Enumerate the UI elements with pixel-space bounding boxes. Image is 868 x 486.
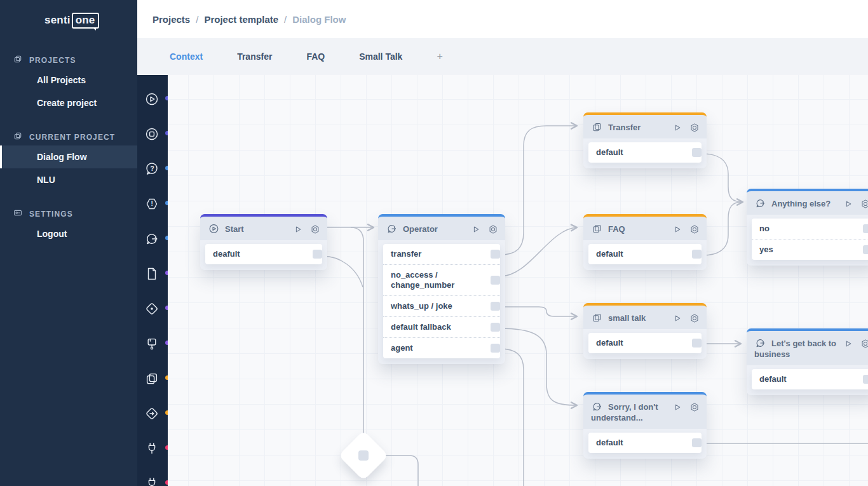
- diamond-port-handle[interactable]: [358, 450, 369, 461]
- node-title: small talk: [608, 313, 646, 323]
- node-output-row[interactable]: deafult: [205, 244, 322, 264]
- node-output-row[interactable]: default: [588, 433, 702, 453]
- node-test-play-button[interactable]: [470, 224, 482, 235]
- node-settings-gear-button[interactable]: [689, 224, 700, 235]
- node-rows-card: deafult: [205, 244, 322, 264]
- output-port-handle[interactable]: [491, 344, 500, 353]
- tool-document-icon[interactable]: [144, 266, 161, 281]
- output-port-handle[interactable]: [313, 250, 322, 259]
- node-header[interactable]: Start: [200, 214, 327, 240]
- node-rows-card: default: [588, 333, 702, 353]
- node-test-play-button[interactable]: [672, 122, 683, 133]
- node-rows-card: transferno_access / change_numberwhats_u…: [383, 244, 500, 358]
- tool-diamond-arrow-icon[interactable]: [144, 406, 161, 421]
- flow-node-back-to-business[interactable]: Let's get back to businessdefault: [747, 328, 868, 395]
- tab-faq[interactable]: FAQ: [289, 51, 342, 62]
- node-rows-card: default: [752, 369, 868, 389]
- edge-faq.default-to-anything-else: [702, 202, 742, 255]
- node-settings-gear-button[interactable]: [689, 313, 700, 324]
- folder-stack-icon: [13, 131, 23, 143]
- output-port-handle[interactable]: [692, 148, 702, 157]
- flow-node-transfer[interactable]: Transferdefault: [583, 112, 707, 168]
- flow-node-faq[interactable]: FAQdefault: [583, 214, 707, 270]
- tool-terminal-icon[interactable]: [144, 336, 161, 351]
- flow-node-small-talk[interactable]: small talkdefault: [583, 303, 707, 359]
- node-output-row[interactable]: yes: [752, 239, 868, 260]
- tool-stop-circle-icon[interactable]: [144, 126, 161, 142]
- add-tab-button[interactable]: +: [419, 51, 459, 62]
- tab-context[interactable]: Context: [153, 51, 220, 62]
- breadcrumb-item[interactable]: Projects: [153, 14, 190, 25]
- output-port-handle[interactable]: [692, 250, 702, 259]
- output-port-handle[interactable]: [692, 438, 702, 447]
- output-port-handle[interactable]: [863, 224, 868, 233]
- tool-cards-icon[interactable]: [144, 371, 161, 386]
- node-settings-gear-button[interactable]: [309, 224, 321, 235]
- output-port-handle[interactable]: [692, 339, 702, 348]
- sidebar-item-all-projects[interactable]: All Projects: [0, 69, 137, 91]
- node-settings-gear-button[interactable]: [689, 122, 700, 133]
- node-output-row[interactable]: whats_up / joke: [383, 295, 500, 316]
- chat-arrow-icon: [144, 238, 159, 248]
- sidebar-section: SETTINGSLogout: [0, 208, 137, 245]
- output-port-handle[interactable]: [863, 375, 868, 384]
- output-port-handle[interactable]: [491, 250, 500, 259]
- sidebar-section-header: CURRENT PROJECT: [0, 131, 137, 145]
- tool-plug-icon[interactable]: [144, 476, 161, 486]
- node-test-play-button[interactable]: [843, 198, 854, 210]
- breadcrumb-item[interactable]: Project template: [204, 14, 278, 25]
- node-test-play-button[interactable]: [672, 313, 683, 324]
- flow-node-sorry[interactable]: Sorry, I don't understand...default: [583, 392, 707, 459]
- tab-small-talk[interactable]: Small Talk: [342, 51, 419, 62]
- edge-transfer.default-to-anything-else: [702, 154, 743, 202]
- node-output-row[interactable]: default: [588, 142, 702, 163]
- node-output-row[interactable]: default fallback: [383, 316, 500, 337]
- node-output-row[interactable]: transfer: [383, 244, 500, 264]
- output-port-handle[interactable]: [491, 323, 500, 332]
- node-settings-gear-button[interactable]: [487, 224, 499, 235]
- output-port-handle[interactable]: [863, 245, 868, 254]
- breadcrumb: Projects/Project template/Dialog Flow: [153, 14, 346, 25]
- tool-status-dot: [165, 306, 168, 310]
- tool-warning-hexagon-icon[interactable]: !: [144, 196, 161, 212]
- tool-play-circle-icon[interactable]: [144, 91, 161, 107]
- node-test-play-button[interactable]: [672, 402, 683, 413]
- node-header[interactable]: Operator: [378, 214, 505, 240]
- node-header[interactable]: Sorry, I don't understand...: [583, 392, 707, 429]
- flow-node-start[interactable]: Startdeafult: [200, 214, 327, 270]
- node-body: default: [583, 240, 707, 270]
- node-test-play-button[interactable]: [292, 224, 304, 235]
- node-header[interactable]: Anything else?: [747, 189, 868, 215]
- node-settings-gear-button[interactable]: [860, 198, 868, 210]
- node-output-row[interactable]: default: [588, 333, 702, 353]
- node-output-row[interactable]: default: [752, 369, 868, 389]
- flow-node-operator[interactable]: Operatortransferno_access / change_numbe…: [378, 214, 505, 364]
- sidebar-item-create-project[interactable]: Create project: [0, 91, 137, 114]
- sidebar-item-dialog-flow[interactable]: Dialog Flow: [0, 145, 137, 168]
- node-header[interactable]: small talk: [583, 303, 707, 329]
- node-output-row[interactable]: agent: [383, 337, 500, 358]
- node-header[interactable]: FAQ: [583, 214, 707, 240]
- tool-plug-icon[interactable]: [144, 441, 161, 456]
- output-port-handle[interactable]: [491, 302, 500, 311]
- breadcrumb-item[interactable]: Dialog Flow: [292, 14, 346, 25]
- tab-transfer[interactable]: Transfer: [220, 51, 289, 62]
- node-settings-gear-button[interactable]: [689, 402, 700, 413]
- node-test-play-button[interactable]: [672, 224, 683, 235]
- flow-node-anything-else[interactable]: Anything else?noyes: [747, 189, 868, 266]
- flow-canvas[interactable]: StartdeafultOperatortransferno_access / …: [168, 75, 868, 486]
- node-header[interactable]: Transfer: [583, 112, 707, 138]
- node-settings-gear-button[interactable]: [860, 338, 868, 349]
- node-test-play-button[interactable]: [843, 338, 854, 349]
- node-output-row[interactable]: no: [752, 219, 868, 239]
- output-port-handle[interactable]: [491, 276, 500, 285]
- tool-question-bubble-icon[interactable]: ?: [144, 161, 161, 177]
- sidebar-item-logout[interactable]: Logout: [0, 222, 137, 245]
- node-header[interactable]: Let's get back to business: [747, 328, 868, 365]
- tool-chat-arrow-icon[interactable]: [144, 231, 161, 246]
- sidebar-item-nlu[interactable]: NLU: [0, 168, 137, 191]
- tool-diamond-dot-icon[interactable]: [144, 301, 161, 316]
- node-output-row[interactable]: default: [588, 244, 702, 264]
- node-output-row[interactable]: no_access / change_number: [383, 264, 500, 295]
- node-output-label: agent: [391, 343, 413, 353]
